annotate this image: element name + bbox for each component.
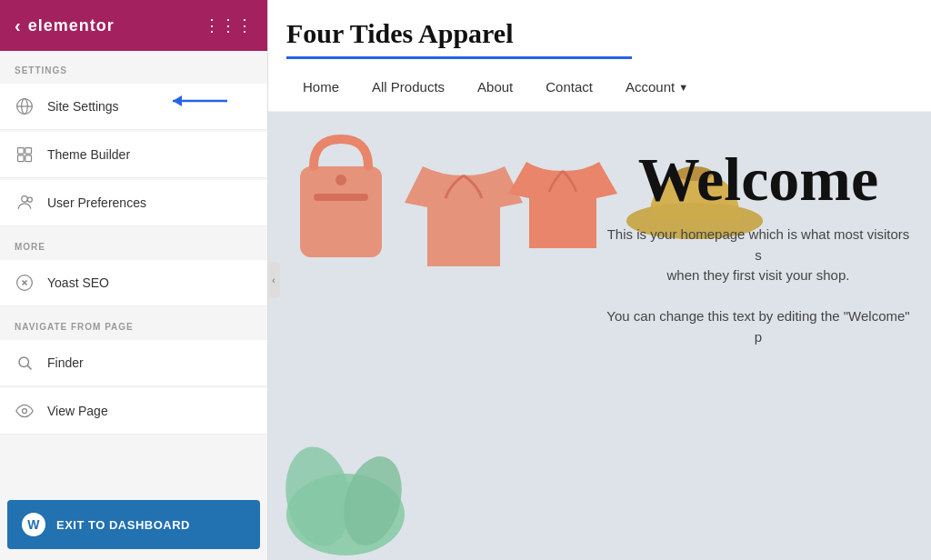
finder-label: Finder <box>47 355 84 370</box>
sidebar-item-site-settings[interactable]: Site Settings <box>0 84 267 130</box>
settings-section-label: SETTINGS <box>0 51 267 83</box>
exit-to-dashboard-button[interactable]: W EXIT TO DASHBOARD <box>7 500 260 549</box>
nav-links-container: Home All Products About Contact Account … <box>286 63 913 111</box>
site-title: Four Tides Apparel <box>286 0 913 56</box>
sidebar-collapse-handle[interactable]: ‹ <box>267 262 280 298</box>
svg-point-19 <box>335 175 346 185</box>
sidebar-item-view-page[interactable]: View Page <box>0 388 267 435</box>
nav-all-products[interactable]: All Products <box>355 72 461 102</box>
sidebar-item-yoast-seo[interactable]: Yoast SEO <box>0 260 267 306</box>
sidebar-header-left: ‹ elementor <box>15 15 115 36</box>
nav-about[interactable]: About <box>461 72 529 102</box>
svg-point-10 <box>27 197 32 202</box>
site-settings-label: Site Settings <box>47 99 119 114</box>
svg-point-9 <box>22 196 28 203</box>
svg-point-13 <box>23 409 27 414</box>
search-icon <box>15 353 35 373</box>
main-content: Four Tides Apparel Home All Products Abo… <box>268 0 931 560</box>
navigate-section-label: NAVIGATE FROM PAGE <box>0 307 267 339</box>
yoast-icon <box>15 273 35 293</box>
sidebar-header: ‹ elementor ⋮⋮⋮ <box>0 0 267 51</box>
view-page-label: View Page <box>47 404 108 418</box>
nav-home[interactable]: Home <box>286 72 355 102</box>
wordpress-icon: W <box>22 513 45 536</box>
theme-builder-label: Theme Builder <box>47 147 130 162</box>
sidebar-item-theme-builder[interactable]: Theme Builder <box>0 132 267 178</box>
svg-point-11 <box>19 357 29 367</box>
svg-line-12 <box>27 365 31 369</box>
account-dropdown-icon: ▼ <box>678 82 688 93</box>
hero-area: Welcome This is your homepage which is w… <box>268 112 931 560</box>
nav-account[interactable]: Account ▼ <box>609 72 705 102</box>
sidebar: ‹ elementor ⋮⋮⋮ SETTINGS Site Settings <box>0 0 268 560</box>
svg-rect-8 <box>25 155 32 162</box>
svg-rect-6 <box>25 148 32 155</box>
eye-icon <box>15 401 35 421</box>
theme-builder-icon <box>15 145 35 165</box>
svg-rect-7 <box>18 155 25 162</box>
welcome-desc: This is your homepage which is what most… <box>604 225 913 347</box>
grid-apps-icon[interactable]: ⋮⋮⋮ <box>204 15 253 35</box>
nav-contact[interactable]: Contact <box>529 72 609 102</box>
yoast-seo-label: Yoast SEO <box>47 275 109 290</box>
elementor-logo: elementor <box>28 16 115 35</box>
bag-item <box>282 121 400 266</box>
user-prefs-icon <box>15 193 35 213</box>
globe-icon <box>15 96 35 116</box>
back-arrow-icon[interactable]: ‹ <box>15 15 21 36</box>
sidebar-item-finder[interactable]: Finder <box>0 340 267 386</box>
user-preferences-label: User Preferences <box>47 195 146 210</box>
site-navigation: Four Tides Apparel Home All Products Abo… <box>268 0 931 112</box>
more-section-label: MORE <box>0 227 267 259</box>
svg-rect-18 <box>314 194 368 201</box>
sidebar-bottom: W EXIT TO DASHBOARD <box>0 489 267 560</box>
sidebar-item-user-preferences[interactable]: User Preferences <box>0 180 267 226</box>
welcome-title: Welcome <box>604 148 913 210</box>
exit-button-label: EXIT TO DASHBOARD <box>56 518 190 532</box>
title-underline <box>286 56 632 59</box>
welcome-content: Welcome This is your homepage which is w… <box>604 148 913 347</box>
green-shorts-item <box>273 396 418 560</box>
svg-rect-5 <box>18 148 25 155</box>
